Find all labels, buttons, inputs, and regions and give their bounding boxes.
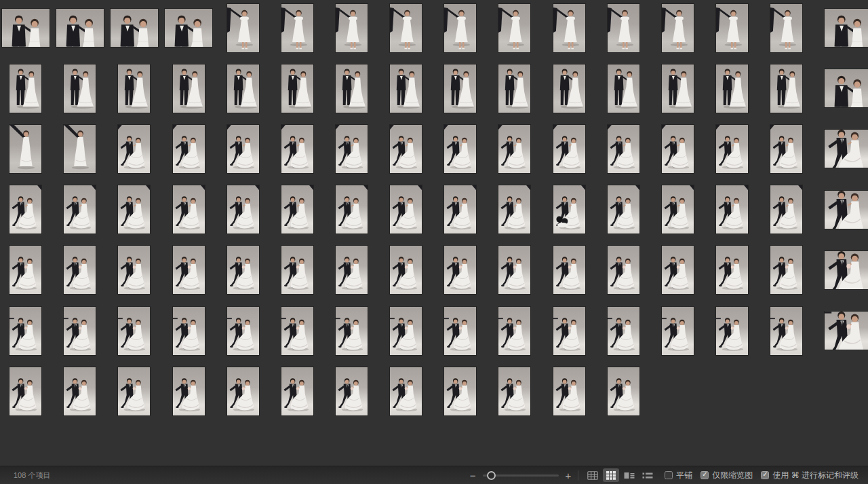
photo-thumbnail[interactable]	[227, 185, 259, 234]
photo-thumbnail[interactable]	[608, 4, 639, 52]
photo-thumbnail[interactable]	[111, 9, 158, 47]
photo-thumbnail[interactable]	[281, 367, 313, 415]
photo-thumbnail[interactable]	[553, 307, 585, 355]
photo-thumbnail[interactable]	[390, 64, 422, 113]
photo-thumbnail[interactable]	[553, 125, 585, 173]
photo-thumbnail[interactable]	[825, 312, 868, 350]
photo-thumbnail[interactable]	[281, 4, 313, 52]
photo-thumbnail[interactable]	[118, 307, 150, 355]
photo-thumbnail[interactable]	[608, 185, 639, 234]
photo-thumbnail[interactable]	[118, 367, 150, 415]
photo-thumbnail[interactable]	[716, 125, 748, 173]
photo-thumbnail[interactable]	[608, 125, 639, 173]
photo-thumbnail[interactable]	[770, 4, 802, 52]
photo-thumbnail[interactable]	[9, 367, 41, 415]
photo-thumbnail[interactable]	[498, 246, 530, 294]
photo-thumbnail[interactable]	[662, 4, 694, 52]
photo-thumbnail[interactable]	[498, 64, 530, 113]
photo-thumbnail[interactable]	[9, 64, 41, 113]
photo-thumbnail[interactable]	[553, 4, 585, 52]
slider-knob[interactable]	[487, 471, 496, 480]
photo-thumbnail[interactable]	[498, 125, 530, 173]
photo-thumbnail[interactable]	[64, 64, 96, 113]
photo-thumbnail[interactable]	[553, 246, 585, 294]
photo-thumbnail[interactable]	[444, 125, 476, 173]
photo-thumbnail[interactable]	[281, 64, 313, 113]
photo-thumbnail[interactable]	[716, 4, 748, 52]
photo-thumbnail[interactable]	[118, 125, 150, 173]
photo-thumbnail[interactable]	[9, 307, 41, 355]
photo-thumbnail[interactable]	[390, 185, 422, 234]
photo-thumbnail[interactable]	[2, 9, 50, 47]
photo-thumbnail[interactable]	[336, 367, 368, 415]
use-cmd-rating-checkbox[interactable]: 使用 ⌘ 进行标记和评级	[761, 470, 859, 481]
photo-thumbnail[interactable]	[64, 185, 96, 234]
photo-thumbnail[interactable]	[118, 64, 150, 113]
photo-thumbnail[interactable]	[825, 69, 868, 107]
checked-checkbox-icon[interactable]	[701, 471, 709, 479]
checked-checkbox-icon[interactable]	[761, 471, 769, 479]
photo-thumbnail[interactable]	[173, 125, 205, 173]
grid-view-button[interactable]	[585, 468, 601, 482]
photo-thumbnail[interactable]	[9, 246, 41, 294]
photo-thumbnail[interactable]	[770, 185, 802, 234]
photo-thumbnail[interactable]	[173, 307, 205, 355]
photo-thumbnail[interactable]	[336, 4, 368, 52]
photo-thumbnail[interactable]	[227, 64, 259, 113]
photo-thumbnail[interactable]	[56, 9, 104, 47]
photo-thumbnail[interactable]	[173, 64, 205, 113]
photo-thumbnail[interactable]	[553, 64, 585, 113]
photo-thumbnail[interactable]	[64, 367, 96, 415]
photo-thumbnail[interactable]	[390, 307, 422, 355]
photo-thumbnail[interactable]	[64, 125, 96, 173]
photo-thumbnail[interactable]	[553, 367, 585, 415]
photo-thumbnail[interactable]	[9, 185, 41, 234]
photo-thumbnail[interactable]	[336, 307, 368, 355]
photo-thumbnail[interactable]	[227, 4, 259, 52]
photo-thumbnail[interactable]	[444, 246, 476, 294]
photo-thumbnail[interactable]	[173, 367, 205, 415]
photo-thumbnail[interactable]	[64, 307, 96, 355]
photo-thumbnail[interactable]	[716, 246, 748, 294]
photo-thumbnail[interactable]	[662, 307, 694, 355]
thumbnail-view-button[interactable]	[603, 468, 619, 482]
photo-thumbnail[interactable]	[118, 185, 150, 234]
photo-thumbnail[interactable]	[227, 307, 259, 355]
photo-thumbnail[interactable]	[608, 64, 639, 113]
photo-thumbnail[interactable]	[662, 125, 694, 173]
photo-thumbnail[interactable]	[227, 125, 259, 173]
photo-thumbnail[interactable]	[716, 185, 748, 234]
photo-thumbnail[interactable]	[770, 246, 802, 294]
photo-thumbnail[interactable]	[553, 185, 585, 234]
photo-thumbnail[interactable]	[227, 367, 259, 415]
photo-thumbnail[interactable]	[444, 367, 476, 415]
photo-thumbnail[interactable]	[118, 246, 150, 294]
photo-thumbnail[interactable]	[825, 130, 868, 168]
photo-thumbnail[interactable]	[336, 125, 368, 173]
photo-thumbnail[interactable]	[825, 251, 868, 289]
photo-thumbnail[interactable]	[662, 185, 694, 234]
thumbnail-size-slider[interactable]	[483, 470, 559, 480]
photo-thumbnail[interactable]	[608, 367, 639, 415]
photo-thumbnail[interactable]	[281, 307, 313, 355]
unchecked-checkbox-icon[interactable]	[665, 471, 673, 479]
photo-thumbnail[interactable]	[444, 4, 476, 52]
photo-thumbnail[interactable]	[825, 9, 868, 47]
details-view-button[interactable]	[621, 468, 637, 482]
photo-thumbnail[interactable]	[336, 185, 368, 234]
photo-thumbnail[interactable]	[390, 246, 422, 294]
photo-thumbnail[interactable]	[498, 367, 530, 415]
photo-thumbnail[interactable]	[608, 246, 639, 294]
photo-thumbnail[interactable]	[498, 185, 530, 234]
photo-thumbnail[interactable]	[336, 246, 368, 294]
photo-thumbnail[interactable]	[716, 64, 748, 113]
zoom-out-button[interactable]: −	[469, 470, 477, 481]
photo-thumbnail[interactable]	[770, 125, 802, 173]
photo-thumbnail[interactable]	[173, 185, 205, 234]
photo-thumbnail[interactable]	[173, 246, 205, 294]
photo-thumbnail[interactable]	[662, 246, 694, 294]
photo-thumbnail[interactable]	[498, 307, 530, 355]
photo-thumbnail[interactable]	[281, 246, 313, 294]
photo-thumbnail[interactable]	[281, 125, 313, 173]
photo-thumbnail[interactable]	[444, 307, 476, 355]
